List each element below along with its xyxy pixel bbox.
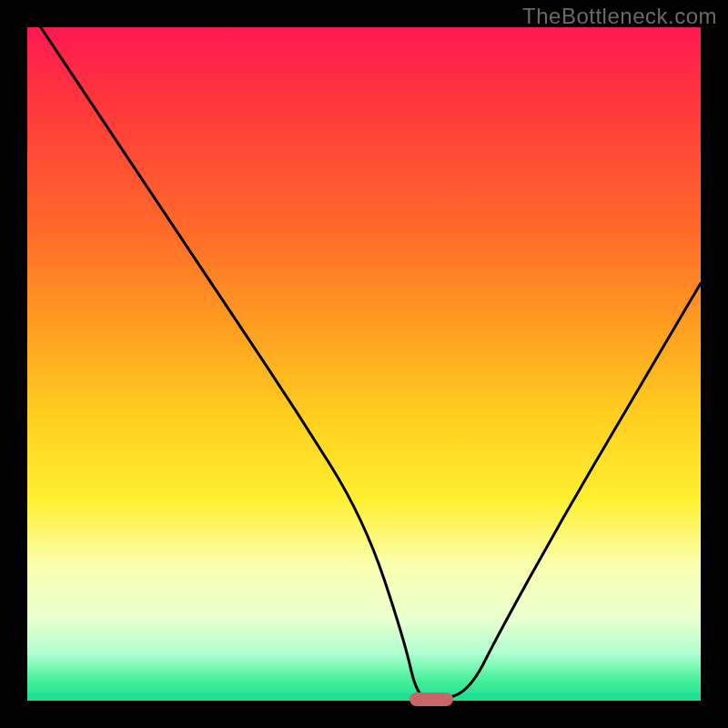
watermark-text: TheBottleneck.com [522,4,717,29]
bottleneck-curve [27,27,701,701]
chart-frame: TheBottleneck.com [0,0,728,728]
optimal-point-marker [410,693,453,706]
